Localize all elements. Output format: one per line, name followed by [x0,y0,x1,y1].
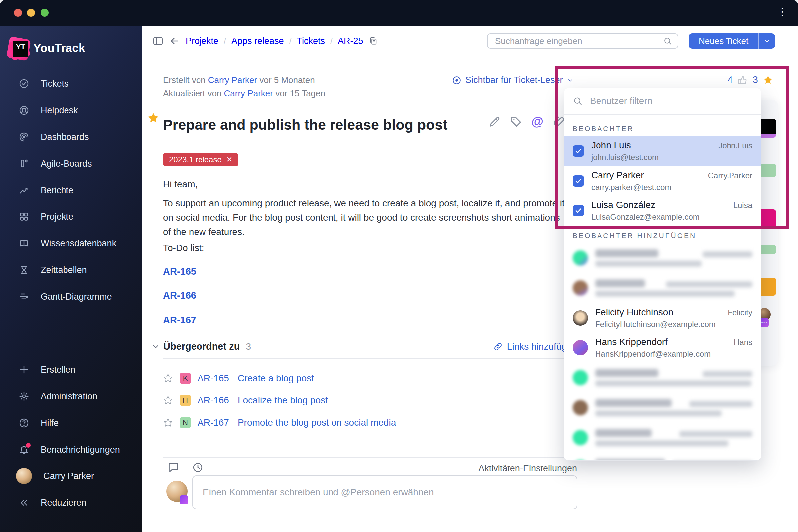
sidebar-item-dashboards[interactable]: Dashboards [0,124,142,150]
linked-issue-row[interactable]: H AR-166Localize the blog post [163,391,577,410]
thumbs-up-icon[interactable] [738,75,748,86]
suggestion-row-redacted[interactable] [564,423,761,453]
project-badge: H [179,395,191,406]
user-avatar [573,460,588,460]
sidebar-item-projekte[interactable]: Projekte [0,204,142,230]
star-gold-icon[interactable] [763,75,773,86]
sidebar-item-label: Administration [41,391,97,402]
suggestion-row-hans[interactable]: Hans KrippendorfHans HansKrippendorf@exa… [564,333,761,363]
created-by-link[interactable]: Carry Parker [208,75,257,85]
sidebar-item-administration[interactable]: Administration [0,383,142,410]
filter-users-input[interactable] [589,95,753,107]
breadcrumb-apps-release[interactable]: Apps release [231,36,284,46]
sidebar-collapse[interactable]: Reduzieren [0,490,142,516]
checkbox-checked-icon[interactable] [573,175,584,187]
watcher-row-luisa-gonzalez[interactable]: Luisa GonzálezLuisa LuisaGonzalez@exampl… [564,196,761,226]
suggestion-email: HansKrippendorf@example.com [595,349,753,359]
sidebar-item-zeittabellen[interactable]: Zeittabellen [0,257,142,283]
sidebar-item-hilfe[interactable]: Hilfe [0,410,142,436]
eye-icon [452,75,461,86]
line-chart-icon [19,185,29,195]
user-avatar [573,310,588,325]
sidebar-item-erstellen[interactable]: Erstellen [0,357,142,383]
linked-issue-row[interactable]: N AR-167Promote the blog post on social … [163,413,577,433]
zoom-window-button[interactable] [41,8,49,17]
sidebar-item-helpdesk[interactable]: Helpdesk [0,97,142,124]
watcher-login: Luisa [734,201,753,210]
sidebar-item-gantt[interactable]: Gantt-Diagramme [0,283,142,310]
visibility-selector[interactable]: Sichtbar für Ticket-Leser [452,75,573,86]
history-clock-icon[interactable] [192,461,204,474]
todo-link-ar167[interactable]: AR-167 [163,315,196,325]
linked-issue-link[interactable]: AR-166Localize the blog post [197,395,328,406]
gear-icon [19,391,29,402]
user-avatar [573,340,588,356]
linked-issue-row[interactable]: K AR-165Create a blog post [163,368,577,388]
star-outline-icon[interactable] [163,395,173,405]
back-arrow-icon[interactable] [169,35,180,46]
ticket-star-icon[interactable] [147,112,159,125]
sidebar-user[interactable]: Carry Parker [0,463,142,490]
parent-links-section-header: Übergeordnet zu 3 Links hinzufügen [151,341,577,352]
linked-issue-link[interactable]: AR-167Promote the blog post on social me… [197,417,396,428]
sidebar-item-berichte[interactable]: Berichte [0,177,142,204]
search-icon[interactable] [663,36,672,45]
divider [163,457,577,458]
suggestion-row-redacted[interactable] [564,393,761,423]
suggestion-row-redacted[interactable] [564,273,761,303]
section-chevron-icon[interactable] [151,342,160,351]
suggestion-row-redacted[interactable] [564,243,761,273]
new-ticket-dropdown-button[interactable] [758,33,775,49]
breadcrumb-ticket-id[interactable]: AR-25 [338,36,363,46]
grid-icon [19,211,29,222]
checkbox-checked-icon[interactable] [573,145,584,157]
app-window: ⋮ YT YouTrack Tickets Helpdesk Dashboard… [0,0,798,532]
sidebar-item-tickets[interactable]: Tickets [0,71,142,97]
sidebar-item-benachrichtigungen[interactable]: Benachrichtigungen [0,436,142,463]
copy-id-icon[interactable] [369,36,378,45]
close-window-button[interactable] [14,8,22,17]
comment-input[interactable] [202,487,567,498]
ai-mention-icon[interactable]: @ [531,115,544,128]
suggestion-row-redacted[interactable] [564,453,761,460]
suggestion-row-felicity[interactable]: Felicity HutchinsonFelicity FelicityHutc… [564,303,761,333]
breadcrumb-tickets[interactable]: Tickets [297,36,325,46]
updated-by-link[interactable]: Carry Parker [224,89,273,98]
comment-bubble-icon[interactable] [167,461,179,474]
minimize-window-button[interactable] [27,8,35,17]
todo-link-ar166[interactable]: AR-166 [163,290,196,301]
new-ticket-button[interactable]: Neues Ticket [689,33,758,49]
main-area: Projekte / Apps release / Tickets / AR-2… [142,26,798,532]
todo-link-ar165[interactable]: AR-165 [163,266,196,277]
watcher-row-john-luis[interactable]: John LuisJohn.Luis john.luis@test.com [564,136,761,166]
watcher-row-carry-parker[interactable]: Carry ParkerCarry.Parker carry.parker@te… [564,166,761,196]
watcher-login: Carry.Parker [708,171,753,180]
sidebar-item-label: Projekte [41,212,74,222]
logo-text: YouTrack [33,41,86,55]
toggle-sidebar-icon[interactable] [152,35,164,46]
release-tag[interactable]: 2023.1 release ✕ [163,153,239,166]
watcher-name: John Luis [591,140,631,151]
checkbox-checked-icon[interactable] [573,205,584,216]
project-badge: K [179,373,191,384]
user-avatar [573,280,588,296]
tag-icon[interactable] [509,115,523,128]
star-outline-icon[interactable] [163,418,173,428]
user-avatar [573,370,588,385]
search-input[interactable] [494,36,663,46]
body-paragraph: To support an upcoming product release, … [163,196,567,239]
youtrack-logo[interactable]: YT YouTrack [8,37,91,62]
breadcrumb-projekte[interactable]: Projekte [186,36,218,46]
search-box [487,33,678,49]
kebab-menu-icon[interactable]: ⋮ [777,6,787,17]
activity-settings-link[interactable]: Aktivitäten-Einstellungen [408,463,577,474]
linked-issue-link[interactable]: AR-165Create a blog post [197,373,314,384]
chevron-down-icon [567,77,573,84]
star-outline-icon[interactable] [163,374,173,383]
edit-pencil-icon[interactable] [488,115,501,128]
attach-link-icon[interactable] [552,115,565,128]
tag-remove-icon[interactable]: ✕ [226,155,232,164]
sidebar-item-agile-boards[interactable]: Agile-Boards [0,150,142,177]
suggestion-row-redacted[interactable] [564,363,761,393]
sidebar-item-wissensdatenbank[interactable]: Wissensdatenbank [0,230,142,257]
